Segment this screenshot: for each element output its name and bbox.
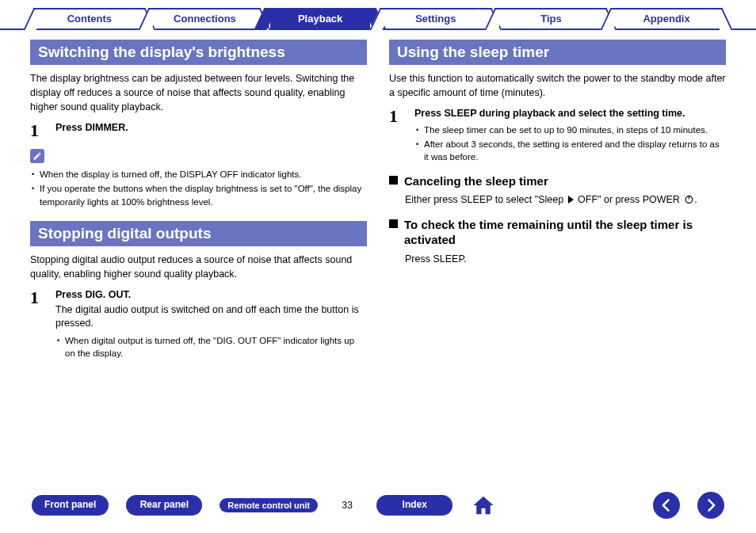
brightness-notes: When the display is turned off, the DISP… (30, 168, 367, 207)
section-digital-title: Stopping digital outputs (30, 221, 367, 246)
top-tab-bar: Contents Connections Playback Settings T… (0, 0, 756, 30)
brightness-intro: The display brightness can be adjusted b… (30, 71, 367, 114)
cancel-sleep-heading: Canceling the sleep timer (389, 173, 726, 189)
sleep-intro: Use this function to automatically switc… (389, 71, 726, 100)
digital-step1: 1 Press DIG. OUT. The digital audio outp… (30, 289, 367, 361)
prev-page-button[interactable] (653, 492, 680, 519)
square-bullet-icon (389, 176, 398, 185)
left-column: Switching the display's brightness The d… (30, 40, 367, 367)
step-number: 1 (30, 122, 44, 139)
tab-playback[interactable]: Playback (265, 8, 376, 29)
square-bullet-icon (389, 219, 398, 228)
remote-control-button[interactable]: Remote control unit (220, 498, 318, 512)
index-button[interactable]: Index (376, 495, 452, 515)
sleep-step1: 1 Press SLEEP during playback and select… (389, 108, 726, 165)
footer-bar: Front panel Rear panel Remote control un… (0, 492, 756, 519)
digital-step1-bullet: When digital output is turned off, the "… (55, 334, 367, 360)
play-icon (568, 196, 574, 204)
digital-step1-body: The digital audio output is switched on … (55, 303, 367, 331)
section-brightness-title: Switching the display's brightness (30, 40, 367, 65)
check-remaining-heading: To check the time remaining until the sl… (389, 217, 726, 248)
digital-step1-heading: Press DIG. OUT. (55, 289, 367, 300)
tab-contents[interactable]: Contents (34, 8, 145, 29)
power-icon (684, 194, 694, 209)
page-number: 33 (335, 500, 359, 511)
tab-settings[interactable]: Settings (380, 8, 491, 29)
right-column: Using the sleep timer Use this function … (389, 40, 726, 367)
sleep-step1-bullet-2: After about 3 seconds, the setting is en… (414, 138, 726, 163)
tab-appendix[interactable]: Appendix (611, 8, 722, 29)
brightness-note-1: When the display is turned off, the DISP… (30, 168, 367, 181)
home-button[interactable] (470, 492, 497, 519)
front-panel-button[interactable]: Front panel (32, 495, 109, 515)
tab-tips[interactable]: Tips (495, 8, 606, 29)
step-number: 1 (30, 289, 44, 361)
brightness-note-2: If you operate the buttons when the disp… (30, 182, 367, 207)
check-remaining-body: Press SLEEP. (389, 253, 726, 267)
brightness-step1-heading: Press DIMMER. (55, 122, 367, 133)
digital-intro: Stopping digital audio output reduces a … (30, 253, 367, 281)
brightness-step1: 1 Press DIMMER. (30, 122, 367, 139)
next-page-button[interactable] (697, 492, 724, 519)
content-area: Switching the display's brightness The d… (0, 30, 756, 367)
sleep-step1-bullet-1: The sleep timer can be set to up to 90 m… (414, 124, 726, 136)
section-sleep-title: Using the sleep timer (389, 40, 726, 65)
cancel-sleep-body: Either press SLEEP to select "Sleep OFF"… (389, 193, 726, 209)
pencil-note-icon (30, 149, 44, 163)
tab-connections[interactable]: Connections (149, 8, 260, 29)
step-number: 1 (389, 108, 403, 165)
rear-panel-button[interactable]: Rear panel (126, 495, 202, 515)
sleep-step1-heading: Press SLEEP during playback and select t… (414, 108, 726, 119)
